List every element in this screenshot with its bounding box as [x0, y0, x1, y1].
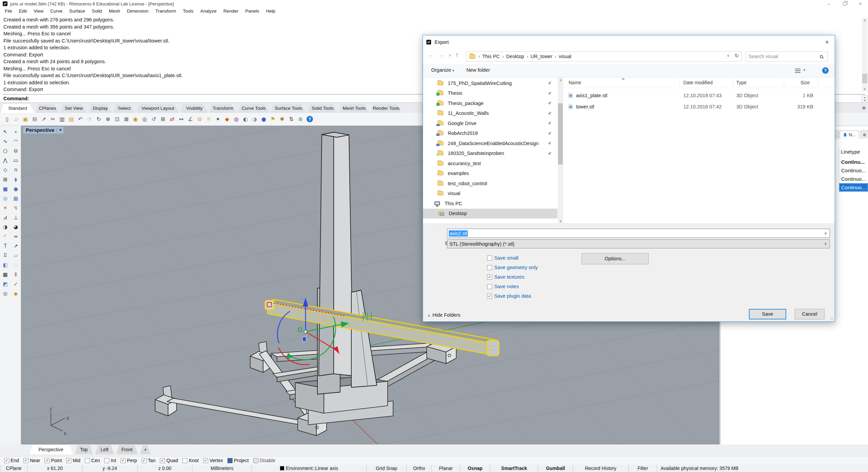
sidebar-tool-icon[interactable]: ∘: [14, 129, 17, 135]
status-cell[interactable]: Gumball: [538, 465, 573, 472]
sidebar-tool-icon[interactable]: ◠: [14, 138, 18, 144]
osnap-toggle[interactable]: Point: [44, 458, 62, 463]
command-prompt[interactable]: Command:: [3, 96, 29, 101]
osnap-checkbox[interactable]: [104, 458, 109, 463]
option-label[interactable]: Save small: [494, 255, 518, 261]
resize-grip[interactable]: [830, 317, 834, 320]
osnap-checkbox[interactable]: [4, 458, 9, 463]
chevron-down-icon[interactable]: ∨: [824, 242, 827, 246]
sidebar-tool-icon[interactable]: ⠿: [3, 252, 7, 259]
toolbar-icon[interactable]: ▱: [12, 115, 21, 124]
refresh-icon[interactable]: ↻: [735, 53, 739, 59]
sidebar-tool-icon[interactable]: ◜: [4, 233, 6, 240]
viewport-title[interactable]: Perspective ▼: [23, 127, 63, 134]
toolbar-icon[interactable]: ⊡: [113, 115, 122, 124]
folder-name[interactable]: 175_PhD_SpatialWireCutting: [448, 81, 512, 86]
cancel-button[interactable]: Cancel: [795, 309, 825, 319]
forward-arrow-icon[interactable]: →: [439, 52, 444, 58]
toolbar-icon[interactable]: ✱: [278, 115, 287, 124]
toolbar-icon[interactable]: ?: [307, 116, 313, 122]
options-button[interactable]: Options...: [581, 253, 649, 264]
toolbar-icon[interactable]: ↔: [177, 115, 186, 124]
sidebar-tool-icon[interactable]: ▭: [13, 157, 18, 163]
menu-item[interactable]: Help: [263, 7, 279, 15]
help-icon[interactable]: ?: [822, 67, 829, 74]
toolbar-icon[interactable]: ✦: [214, 115, 222, 124]
osnap-toggle[interactable]: End: [4, 458, 19, 463]
sidebar-tool-icon[interactable]: ◩: [3, 281, 7, 287]
toolbar-icon[interactable]: ⊙: [195, 115, 204, 124]
breadcrumb-label[interactable]: UR_tower: [531, 54, 552, 59]
osnap-checkbox[interactable]: [160, 458, 165, 463]
toolbar-tab[interactable]: Mesh Tools: [339, 104, 369, 113]
minimize-button[interactable]: –: [821, 0, 837, 7]
folder-list-item[interactable]: This PC: [423, 198, 557, 209]
toolbar-icon[interactable]: ⊕: [104, 115, 112, 124]
folder-name[interactable]: RobArch2018: [448, 130, 478, 136]
status-cell[interactable]: Planar: [431, 465, 460, 472]
sidebar-tool-icon[interactable]: ✶: [3, 205, 7, 211]
toolbar-icon[interactable]: ↺: [149, 115, 158, 124]
column-header-size[interactable]: Size: [800, 80, 810, 85]
osnap-checkbox[interactable]: [182, 458, 187, 463]
osnap-toggle[interactable]: Disable: [253, 458, 276, 463]
folder-list-item[interactable]: Thesis: [423, 88, 557, 99]
sidebar-tool-icon[interactable]: ▱: [14, 252, 18, 259]
status-cell[interactable]: Environment::Linear axis: [252, 465, 366, 472]
menu-item[interactable]: Tools: [179, 7, 197, 15]
toolbar-tab[interactable]: Curve Tools: [238, 104, 270, 113]
sidebar-tool-icon[interactable]: ⊥: [14, 214, 18, 221]
panel-tab-notifications[interactable]: N...: [839, 130, 859, 139]
folder-name[interactable]: examples: [448, 171, 469, 176]
toolbar-icon[interactable]: ▥: [58, 115, 67, 124]
folder-list-item[interactable]: accurancy_test: [423, 158, 557, 169]
sidebar-tool-icon[interactable]: ◕: [14, 224, 18, 230]
toolbar-icon[interactable]: ∠: [186, 115, 195, 124]
osnap-checkbox[interactable]: [253, 458, 258, 463]
viewport-tab[interactable]: Front: [116, 445, 138, 454]
sidebar-tool-icon[interactable]: ⋀: [3, 157, 7, 163]
status-cell[interactable]: SmartTrack: [490, 465, 538, 472]
toolbar-tab[interactable]: Viewport Layout: [136, 104, 179, 113]
menu-item[interactable]: View: [30, 7, 47, 15]
option-label[interactable]: Save notes: [494, 284, 519, 289]
sidebar-tool-icon[interactable]: ∴: [14, 262, 18, 268]
scroll-up-icon[interactable]: ∧: [862, 18, 868, 23]
folder-name[interactable]: 11_Acoustic_Walls: [448, 110, 489, 116]
toolbar-icon[interactable]: ◐: [241, 115, 250, 124]
toolbar-tab[interactable]: Set View: [60, 104, 87, 113]
toolbar-icon[interactable]: ⊛: [296, 115, 305, 124]
folder-list-item[interactable]: 175_PhD_SpatialWireCutting: [423, 78, 557, 88]
save-button[interactable]: Save: [749, 309, 786, 319]
layer-row-linetype[interactable]: Continuo...: [839, 166, 868, 175]
toolbar-icon[interactable]: ⊟: [30, 115, 39, 124]
toolbar-icon[interactable]: ▯: [3, 115, 12, 124]
sidebar-tool-icon[interactable]: ⊞: [3, 176, 7, 182]
hide-folders-button[interactable]: ∧Hide Folders: [428, 312, 460, 318]
toolbar-tab[interactable]: Solid Tools: [308, 104, 338, 113]
folder-list-item[interactable]: test_robot_control: [423, 178, 557, 189]
menu-item[interactable]: Surface: [66, 7, 89, 15]
folder-list-item[interactable]: RobArch2018: [423, 128, 557, 139]
menu-item[interactable]: Render: [220, 7, 242, 15]
toolbar-icon[interactable]: ☼: [204, 115, 213, 124]
breadcrumb-label[interactable]: This PC: [482, 54, 500, 59]
chevron-down-icon[interactable]: ∨: [824, 231, 827, 235]
address-bar[interactable]: › This PC › Desktop › UR_tower › visual: [466, 51, 742, 62]
osnap-checkbox[interactable]: [203, 458, 208, 463]
osnap-checkbox[interactable]: [121, 458, 126, 463]
scroll-down-icon[interactable]: ∨: [558, 218, 563, 224]
osnap-toggle[interactable]: Quad: [160, 458, 178, 463]
new-folder-button[interactable]: New folder: [466, 67, 490, 73]
address-dropdown-icon[interactable]: ∨: [727, 53, 730, 58]
toolbar-icon[interactable]: ⇅: [287, 115, 296, 124]
folder-list-item[interactable]: 11_Acoustic_Walls: [423, 108, 557, 119]
option-label[interactable]: Save textures: [494, 274, 524, 280]
sidebar-tool-icon[interactable]: ∩: [14, 167, 18, 173]
sidebar-tool-icon[interactable]: ↖: [3, 129, 7, 135]
toolbar-tab[interactable]: Surface Tools: [271, 104, 306, 113]
toolbar-icon[interactable]: ↗: [39, 115, 48, 124]
folder-list-item[interactable]: examples: [423, 169, 557, 179]
folder-name[interactable]: Thesis_package: [448, 101, 484, 106]
column-header-date[interactable]: Date modified: [683, 80, 713, 85]
